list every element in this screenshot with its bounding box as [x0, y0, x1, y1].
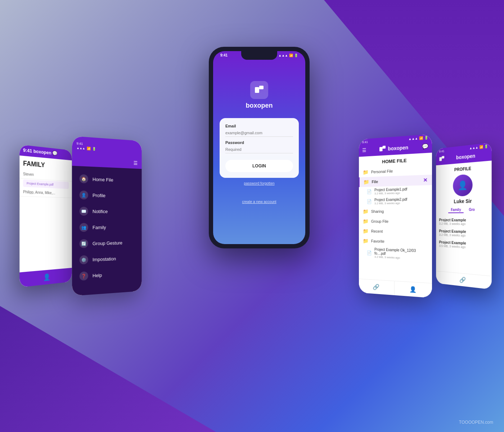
file-pdf-icon-2: 📄 [367, 199, 372, 204]
menu-item-notifice[interactable]: ✉️ Notifice [77, 203, 138, 219]
phone-left-outer: 9:41 boxopen 💬 FAMILY Steven Project Exa… [19, 145, 72, 288]
signal-icon: ▲▲▲ [278, 54, 288, 57]
tab-family[interactable]: Family [448, 207, 463, 213]
menu-item-family[interactable]: 👥 Family [77, 219, 138, 236]
folder-icon-personal: 📁 [363, 169, 369, 175]
files-group-section[interactable]: 📁 Group File [359, 216, 432, 227]
phone-right-files: 9:41 ▲▲▲📶🔋 ☰ boxopen 💬 HOME FILE 📁 Perso… [359, 134, 432, 298]
file-pdf-icon-1: 📄 [367, 189, 372, 194]
file-pdf-icon-bottom: 📄 [367, 250, 372, 255]
watermark: TOOOOPEN.com [459, 420, 493, 425]
menu-item-group[interactable]: 🔄 Group Gesture [77, 235, 138, 252]
files-chat-icon: 💬 [422, 143, 428, 150]
file-meta-1: 3.2 MB, 3 weeks ago [374, 191, 407, 195]
leftout-member-2: Philipp, Anna, Mike,... [19, 188, 72, 198]
folder-icon-group: 📁 [363, 219, 369, 224]
file-row-2[interactable]: 📄 Project Example2.pdf 3.2 MB, 3 weeks a… [359, 195, 432, 207]
menu-item-help[interactable]: ❓ Help [77, 265, 138, 284]
profile-tabs: Family Gro [448, 207, 477, 213]
phone-left-menu: 9:41 ▲▲▲ 📶 🔋 ☰ 🏠 Home File 👤 Profile ✉️ … [72, 136, 141, 296]
folder-icon-file: 📁 [364, 179, 369, 185]
profile-body: PROFILE 👤 Luke Sir Family Gro Project Ex… [436, 161, 491, 276]
files-body: HOME FILE 📁 Personal File 📁 File ✕ 📄 Pro… [359, 153, 432, 283]
files-status-time: 9:41 [362, 140, 368, 144]
login-button[interactable]: LOGIN [225, 160, 293, 172]
app-logo-icon [250, 81, 268, 99]
profile-footer-btn[interactable]: 👤 [394, 281, 432, 298]
password-field: Password [225, 140, 293, 153]
battery-icon: 🔋 [294, 54, 298, 57]
tab-gro[interactable]: Gro [466, 207, 478, 213]
folder-icon-favorite: 📁 [363, 238, 369, 244]
email-input[interactable] [225, 129, 293, 137]
status-bar: 9:41 ▲▲▲ 📶 🔋 [213, 53, 305, 57]
file-row-1[interactable]: 📄 Project Example1.pdf 3.2 MB, 3 weeks a… [359, 185, 432, 197]
password-input[interactable] [225, 146, 293, 153]
file-name-2: Project Example2.pdf [374, 197, 407, 202]
leftout-status-time: 9:41 [23, 147, 32, 154]
leftout-app-name: boxopen [33, 148, 51, 156]
profile-item-3[interactable]: Project Example 3.5 MB, 3 weeks ago [439, 238, 488, 252]
files-sharing-section[interactable]: 📁 Sharing [359, 206, 432, 216]
center-status-time: 9:41 [220, 53, 228, 57]
file-row-bottom[interactable]: 📄 Project Example Ok_12/03 fo....pdf 3.2… [359, 246, 432, 262]
profile-share-icon[interactable]: 🔗 [459, 276, 466, 284]
create-account-link[interactable]: create a new account [242, 200, 276, 204]
profile-item-2[interactable]: Project Example 3.2 MB, 3 weeks ago [439, 227, 488, 240]
phone-right-outer-profile: 9:41 ▲▲▲📶🔋 boxopen PROFILE 👤 Luke Sir Fa… [436, 143, 491, 289]
leftout-footer: 👤 [19, 268, 72, 287]
svg-rect-5 [442, 156, 444, 159]
avatar-icon: 👤 [458, 180, 468, 190]
login-logo-text: boxopen [246, 102, 273, 109]
files-recent-section[interactable]: 📁 Recent [359, 226, 432, 237]
profile-footer-icon: 👤 [409, 286, 417, 293]
login-logo: boxopen [246, 81, 273, 109]
svg-rect-1 [259, 86, 264, 89]
file-meta-2: 3.2 MB, 3 weeks ago [374, 202, 407, 205]
menu-item-profile[interactable]: 👤 Profile [77, 187, 138, 204]
wifi-icon: 📶 [289, 54, 293, 57]
hamburger-icon[interactable]: ☰ [134, 160, 138, 166]
phone-center-login: 9:41 ▲▲▲ 📶 🔋 boxopen Email Passwor [209, 47, 310, 248]
menu-status-time: 9:41 [77, 141, 83, 145]
share-footer-btn[interactable]: 🔗 [359, 279, 394, 295]
forgot-password-link[interactable]: password forgotten [244, 181, 274, 185]
svg-rect-4 [439, 157, 442, 161]
profile-item-1[interactable]: Project Example 3.2 MB, 3 weeks ago [439, 216, 488, 228]
files-logo-text: boxopen [388, 144, 409, 152]
profile-status-time: 9:41 [439, 149, 445, 153]
folder-icon-sharing: 📁 [363, 209, 369, 215]
svg-rect-0 [255, 87, 259, 93]
leftout-profile-icon: 👤 [43, 273, 50, 282]
profile-logo-text: boxopen [456, 153, 475, 160]
svg-rect-3 [382, 146, 386, 149]
profile-avatar: 👤 [453, 174, 472, 197]
profile-name: Luke Sir [454, 198, 472, 204]
svg-rect-2 [379, 147, 382, 151]
profile-section-title: PROFILE [454, 166, 471, 172]
files-hamburger-icon[interactable]: ☰ [362, 147, 366, 153]
leftout-chat-icon: 💬 [53, 150, 58, 156]
folder-icon-recent: 📁 [363, 228, 369, 234]
close-file-button[interactable]: ✕ [423, 177, 427, 183]
email-field: Email [225, 124, 293, 137]
login-form: Email Password LOGIN [220, 118, 299, 178]
login-screen: 9:41 ▲▲▲ 📶 🔋 boxopen Email Passwor [213, 51, 305, 244]
menu-panel: 🏠 Home File 👤 Profile ✉️ Notifice 👥 Fami… [72, 166, 141, 296]
menu-item-home[interactable]: 🏠 Home File [77, 170, 138, 188]
share-icon: 🔗 [373, 283, 380, 291]
